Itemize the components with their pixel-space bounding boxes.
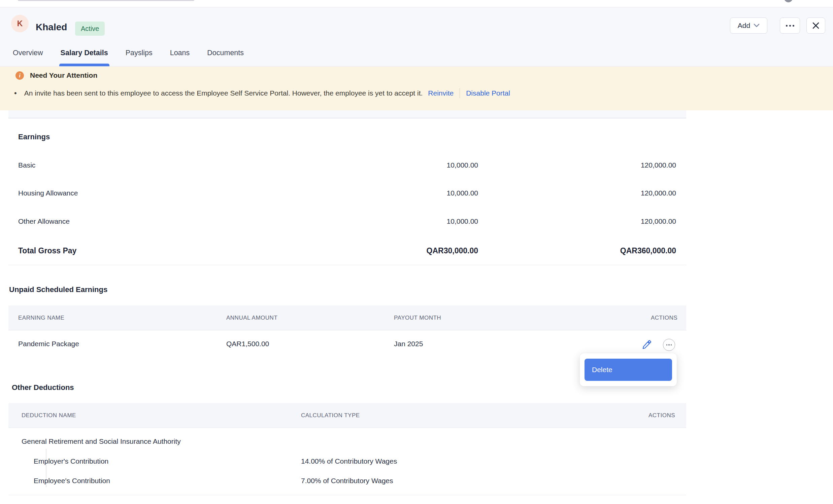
topbar-search-underline <box>18 0 194 1</box>
deduction-group-name: General Retirement and Social Insurance … <box>22 437 181 446</box>
earning-row-yearly: 120,000.00 <box>641 217 676 225</box>
bullet-point: • <box>14 89 17 98</box>
tab-bar: Overview Salary Details Payslips Loans D… <box>12 40 244 66</box>
earning-row-yearly: 120,000.00 <box>641 161 676 169</box>
earning-row-name: Other Allowance <box>18 217 70 225</box>
tab-label: Documents <box>207 49 244 57</box>
tab-label: Payslips <box>125 49 152 57</box>
other-deductions-table-header: DEDUCTION NAME CALCULATION TYPE ACTIONS <box>8 403 686 428</box>
scrolled-section-remnant <box>8 110 686 119</box>
col-deduction-name: DEDUCTION NAME <box>22 403 76 428</box>
info-icon: i <box>16 71 24 80</box>
close-icon <box>812 22 819 29</box>
employee-avatar-initial: K <box>17 19 23 28</box>
pencil-icon <box>641 340 651 350</box>
earnings-section-title: Earnings <box>18 132 50 141</box>
deduction-row-calculation: 14.00% of Contributory Wages <box>301 457 397 465</box>
close-button[interactable] <box>806 18 825 34</box>
tab-loans[interactable]: Loans <box>169 40 191 66</box>
row-more-actions-button[interactable] <box>663 339 675 351</box>
earning-row-yearly: 120,000.00 <box>641 189 676 197</box>
col-annual-amount: ANNUAL AMOUNT <box>226 305 278 330</box>
earning-row-monthly: 10,000.00 <box>447 161 478 169</box>
col-calculation-type: CALCULATION TYPE <box>301 403 360 428</box>
delete-menu-item[interactable]: Delete <box>585 359 672 381</box>
unpaid-row-annual-amount: QAR1,500.00 <box>226 340 269 348</box>
tab-label: Loans <box>170 49 190 57</box>
tab-overview[interactable]: Overview <box>12 40 44 66</box>
tab-documents[interactable]: Documents <box>207 40 244 66</box>
total-gross-pay-monthly: QAR30,000.00 <box>427 246 478 255</box>
row-actions-popover: Delete <box>580 353 677 386</box>
add-button[interactable]: Add <box>730 18 767 34</box>
deduction-row-name: Employee's Contribution <box>34 477 110 485</box>
employee-avatar: K <box>11 15 29 32</box>
topbar <box>0 0 833 7</box>
tab-salary-details[interactable]: Salary Details <box>60 40 109 66</box>
attention-banner: i Need Your Attention • An invite has be… <box>0 67 833 110</box>
unpaid-row-earning-name: Pandemic Package <box>18 340 79 348</box>
col-payout-month: PAYOUT MONTH <box>394 305 441 330</box>
user-avatar-partial[interactable] <box>784 0 792 2</box>
disable-portal-link[interactable]: Disable Portal <box>466 89 510 97</box>
col-actions: ACTIONS <box>651 305 677 330</box>
ellipsis-icon <box>666 344 668 346</box>
unpaid-earnings-section-title: Unpaid Scheduled Earnings <box>9 285 108 294</box>
more-actions-button[interactable] <box>780 18 800 34</box>
earning-row-monthly: 10,000.00 <box>447 217 478 225</box>
active-tab-underline <box>59 64 110 66</box>
section-divider <box>8 265 686 265</box>
employee-name: Khaled <box>36 22 67 33</box>
status-badge: Active <box>75 22 105 36</box>
unpaid-row-payout-month: Jan 2025 <box>394 340 423 348</box>
add-button-label: Add <box>738 22 750 30</box>
chevron-down-icon <box>754 24 760 28</box>
col-earning-name: EARNING NAME <box>18 305 64 330</box>
edit-button[interactable] <box>641 339 652 351</box>
deduction-row-calculation: 7.00% of Contributory Wages <box>301 477 393 485</box>
unpaid-earnings-table-header: EARNING NAME ANNUAL AMOUNT PAYOUT MONTH … <box>8 305 686 330</box>
tab-label: Salary Details <box>61 49 108 57</box>
employee-drawer-header: K Khaled Active Add Overview Salary Deta… <box>0 7 833 67</box>
tab-label: Overview <box>13 49 43 57</box>
deduction-row-name: Employer's Contribution <box>34 457 109 465</box>
other-deductions-section-title: Other Deductions <box>12 383 74 392</box>
col-actions: ACTIONS <box>648 403 675 428</box>
section-divider <box>8 495 686 495</box>
tab-payslips[interactable]: Payslips <box>125 40 153 66</box>
earning-row-monthly: 10,000.00 <box>447 189 478 197</box>
earning-row-name: Housing Allowance <box>18 189 78 197</box>
salary-details-content: Earnings Basic 10,000.00 120,000.00 Hous… <box>0 119 833 504</box>
banner-title: Need Your Attention <box>30 71 97 79</box>
total-gross-pay-label: Total Gross Pay <box>18 246 76 255</box>
earning-row-name: Basic <box>18 161 35 169</box>
banner-message: An invite has been sent to this employee… <box>24 89 423 97</box>
reinvite-link[interactable]: Reinvite <box>428 89 454 97</box>
link-divider <box>459 88 460 98</box>
ellipsis-icon <box>786 25 794 27</box>
total-gross-pay-yearly: QAR360,000.00 <box>620 246 676 255</box>
